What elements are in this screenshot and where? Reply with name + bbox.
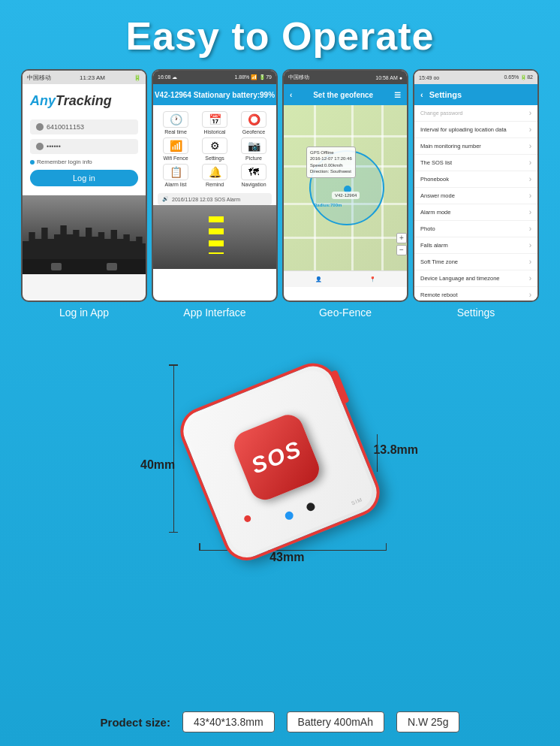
settings-item-label-10: Device Language and timezone	[420, 275, 500, 282]
settings-item-0[interactable]: Change password ›	[414, 105, 537, 122]
settings-item-4[interactable]: Phonebook ›	[414, 171, 537, 188]
device-outer: SOS SIM	[173, 356, 387, 568]
geofence-title: Set the geofence	[313, 91, 373, 99]
geo-info-text: GPS Offline2016-12-07 17:20:46Speed:0.00…	[310, 150, 352, 175]
icon-remind[interactable]: 🔔 Remind	[197, 164, 233, 187]
password-value: ••••••	[47, 143, 61, 150]
notification-icon: 🔊	[162, 196, 169, 202]
app-status-left: 16:08 ☁	[158, 74, 177, 80]
geo-location-icon[interactable]: 📍	[369, 276, 376, 282]
username-field[interactable]: 6410011153	[30, 119, 138, 134]
settings-arrow-11: ›	[529, 291, 531, 299]
page-title: Easy to Operate	[0, 14, 560, 59]
depth-meas-line	[377, 434, 378, 472]
geo-person-icon[interactable]: 👤	[315, 276, 322, 282]
geo-status-left: 中国移动	[288, 74, 309, 81]
settings-item-5[interactable]: Answer mode ›	[414, 188, 537, 204]
zoom-in-button[interactable]: +	[396, 233, 407, 243]
settings-title: Settings	[429, 90, 462, 99]
icon-navigation[interactable]: 🗺 Navigation	[236, 164, 272, 187]
settings-label: Settings	[205, 156, 224, 161]
remind-icon: 🔔	[202, 164, 227, 180]
road-bg	[153, 205, 278, 269]
app-logo: AnyTracking	[30, 93, 138, 109]
depth-label: 13.8mm	[373, 443, 418, 457]
settings-arrow-2: ›	[529, 142, 531, 150]
geofence-icon: ⭕	[241, 111, 266, 128]
historical-label: Historical	[204, 129, 226, 134]
settings-topbar: ‹ Settings	[414, 84, 537, 105]
geofence-map[interactable]: GPS Offline2016-12-07 17:20:46Speed:0.00…	[284, 105, 408, 270]
settings-item-label-9: Soft Time zone	[420, 258, 458, 265]
icon-historical[interactable]: 📅 Historical	[197, 111, 233, 134]
geofence-screen: 中国移动 10:58 AM ● ‹ Set the geofence ☰	[282, 69, 408, 302]
icon-geofence[interactable]: ⭕ Geofence	[236, 111, 272, 134]
road-h1	[284, 135, 408, 137]
settings-item-1[interactable]: Interval for uploading location data ›	[414, 122, 537, 138]
road-image	[153, 205, 278, 269]
settings-icon: ⚙	[202, 137, 227, 154]
login-screen: 中国移动 11:23 AM 🔋 AnyTracking 6410011153 •…	[21, 69, 147, 302]
sos-button[interactable]: SOS	[230, 410, 324, 504]
settings-item-7[interactable]: Photo ›	[414, 221, 537, 237]
settings-arrow-10: ›	[529, 274, 531, 282]
settings-arrow-8: ›	[529, 241, 531, 249]
device-rotated-container: SOS SIM	[173, 356, 387, 568]
phone-app-interface: 16:08 ☁ 1.88% 📶 🔋79 V42-12964 Stationary…	[152, 69, 278, 319]
settings-item-label-6: Alarm mode	[420, 209, 450, 216]
app-topbar: V42-12964 Stationary battery:99%	[153, 84, 276, 105]
spec-size-box: 43*40*13.8mm	[182, 711, 275, 732]
geofence-label: Geofence	[242, 129, 265, 134]
phone-label-settings: Settings	[457, 307, 495, 319]
sos-notification: 🔊 2016/11/28 12:03 SOS Alarm	[158, 193, 272, 205]
settings-item-8[interactable]: Falls alarm ›	[414, 237, 537, 254]
width-label: 43mm	[269, 551, 304, 564]
login-statusbar: 中国移动 11:23 AM 🔋	[23, 71, 146, 84]
bottom-icon-1	[51, 263, 62, 270]
picture-icon: 📷	[241, 137, 266, 154]
geo-back-icon[interactable]: ‹	[290, 91, 292, 99]
sos-label: SOS	[248, 436, 306, 479]
width-left-tick	[199, 543, 200, 551]
settings-item-2[interactable]: Main monitoring number ›	[414, 138, 537, 155]
password-field[interactable]: ••••••	[30, 139, 138, 154]
geo-save-icon[interactable]: ☰	[394, 91, 401, 99]
city-image	[23, 195, 147, 259]
height-meas-line	[173, 364, 174, 533]
settings-item-label-0: Change password	[420, 110, 462, 116]
settings-arrow-9: ›	[529, 258, 531, 266]
bottom-icon-2	[107, 263, 117, 270]
device-inner: SOS SIM	[182, 365, 378, 559]
icon-picture[interactable]: 📷 Picture	[236, 137, 272, 161]
settings-list: Change password › Interval for uploading…	[414, 105, 537, 302]
icon-alarmlist[interactable]: 📋 Alarm list	[158, 164, 194, 187]
settings-item-3[interactable]: The SOS list ›	[414, 155, 537, 171]
phone-geofence: 中国移动 10:58 AM ● ‹ Set the geofence ☰	[282, 69, 408, 319]
phone-settings: 15:49 oo 0.65% 🔋82 ‹ Settings Change pas…	[413, 69, 539, 319]
geofence-topbar: ‹ Set the geofence ☰	[284, 84, 407, 105]
settings-status-left: 15:49 oo	[419, 75, 439, 80]
login-button[interactable]: Log in	[30, 170, 138, 186]
icon-realtime[interactable]: 🕐 Real time	[158, 111, 194, 134]
phone-login: 中国移动 11:23 AM 🔋 AnyTracking 6410011153 •…	[21, 69, 147, 319]
settings-arrow-1: ›	[529, 125, 531, 134]
icon-wififence[interactable]: 📶 Wifi Fence	[158, 137, 194, 161]
height-top-tick	[169, 364, 178, 366]
settings-back-icon[interactable]: ‹	[420, 90, 423, 99]
settings-arrow-7: ›	[529, 225, 531, 233]
settings-item-label-3: The SOS list	[420, 159, 452, 166]
zoom-out-button[interactable]: −	[396, 245, 407, 255]
icon-settings[interactable]: ⚙ Settings	[197, 137, 233, 161]
sim-label: SIM	[351, 497, 363, 506]
spec-label: Prodect size:	[101, 716, 170, 729]
spec-battery-box: Battery 400mAh	[287, 711, 384, 732]
settings-item-9[interactable]: Soft Time zone ›	[414, 254, 537, 270]
settings-item-6[interactable]: Alarm mode ›	[414, 204, 537, 221]
settings-item-11[interactable]: Remote reboot ›	[414, 287, 537, 302]
settings-item-label-2: Main monitoring number	[420, 143, 481, 150]
geo-label-tag: V42-12964	[332, 192, 360, 199]
spec-bar: Prodect size: 43*40*13.8mm Battery 400mA…	[0, 711, 560, 732]
settings-arrow-0: ›	[529, 109, 531, 117]
remember-checkbox[interactable]: Remember login info	[30, 159, 138, 165]
settings-item-10[interactable]: Device Language and timezone ›	[414, 270, 537, 287]
